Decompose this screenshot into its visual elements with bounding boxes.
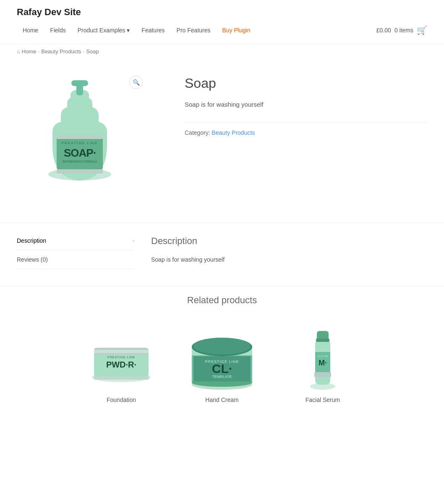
nav-features[interactable]: Features [136,24,170,37]
related-product-facial-serum[interactable]: M· SERUM Facial Serum [281,323,365,403]
cart-icon[interactable]: 🛒 [417,25,427,35]
svg-text:REFRESHING FORMULA: REFRESHING FORMULA [63,160,97,163]
facial-serum-image: M· SERUM [281,323,365,390]
svg-rect-30 [314,372,331,377]
product-image: SOAP· PRESTIGE LINE REFRESHING FORMULA [17,71,143,197]
breadcrumb-sep-1: › [38,49,40,54]
nav-fields[interactable]: Fields [44,24,71,37]
related-product-hand-cream[interactable]: CL· PRESTIGE LINE TEMPLATE Hand Cream [180,323,264,403]
breadcrumb-current: Soap [86,48,99,55]
product-short-description: Soap is for washing yourself [185,100,427,110]
site-header: Rafay Dev Site Home Fields Product Examp… [0,0,444,44]
zoom-icon[interactable]: 🔍 [129,76,143,89]
svg-rect-4 [57,135,103,139]
tab-description[interactable]: Description › [17,231,134,250]
related-products-title: Related products [17,295,427,306]
nav-home[interactable]: Home [17,24,44,37]
svg-rect-5 [57,169,103,173]
tab-content-text: Soap is for washing yourself [151,255,427,264]
foundation-name: Foundation [79,396,163,403]
site-title: Rafay Dev Site [17,7,427,18]
breadcrumb-home[interactable]: Home [22,48,37,55]
breadcrumb-sep-2: › [83,49,85,54]
tabs-section: Description › Reviews (0) Description So… [0,223,444,286]
cart-price: £0.00 [376,27,391,34]
category-link[interactable]: Beauty Products [212,129,255,136]
svg-rect-2 [71,80,88,86]
svg-text:SOAP·: SOAP· [64,147,96,159]
tab-content: Description Soap is for washing yourself [151,231,427,269]
product-section: 🔍 SOAP· PRESTIGE LIN [0,59,444,223]
tabs-nav: Description › Reviews (0) [17,231,134,269]
svg-text:TEMPLATE: TEMPLATE [212,375,232,379]
related-product-foundation[interactable]: PWD·R· PRESTIGE LINE Foundation [79,323,163,403]
hand-cream-image: CL· PRESTIGE LINE TEMPLATE [180,323,264,390]
svg-text:SERUM: SERUM [317,355,329,357]
tab-chevron-icon: › [133,238,134,244]
svg-text:M·: M· [319,359,327,367]
product-meta: Category: Beauty Products [185,122,427,136]
related-section: Related products PWD·R· PRESTIGE LINE Fo… [0,286,444,428]
svg-text:PRESTIGE LINE: PRESTIGE LINE [205,360,239,364]
cart-items-count: 0 items [394,27,413,34]
category-label: Category: [185,129,210,136]
nav-buy-plugin[interactable]: Buy Plugin [217,24,256,37]
nav-product-examples[interactable]: Product Examples ▾ [72,24,136,37]
svg-rect-15 [94,376,149,380]
dropdown-arrow-icon: ▾ [127,27,130,34]
product-info: Soap Soap is for washing yourself Catego… [185,71,427,197]
svg-point-26 [193,338,251,354]
svg-rect-34 [316,339,329,342]
product-image-svg: SOAP· PRESTIGE LINE REFRESHING FORMULA [38,78,122,191]
product-image-container: 🔍 SOAP· PRESTIGE LIN [17,71,159,197]
hand-cream-name: Hand Cream [180,396,264,403]
breadcrumb-category[interactable]: Beauty Products [41,48,81,55]
home-icon: ⌂ [17,48,20,55]
svg-text:PRESTIGE LINE: PRESTIGE LINE [107,356,135,359]
tab-reviews[interactable]: Reviews (0) [17,250,134,269]
svg-text:PRESTIGE LINE: PRESTIGE LINE [62,141,98,145]
breadcrumb: ⌂ Home › Beauty Products › Soap [0,44,444,59]
foundation-image: PWD·R· PRESTIGE LINE [79,323,163,390]
svg-rect-12 [94,350,149,353]
related-products-grid: PWD·R· PRESTIGE LINE Foundation [17,323,427,403]
svg-text:PWD·R·: PWD·R· [106,360,136,369]
tab-content-title: Description [151,236,427,247]
facial-serum-name: Facial Serum [281,396,365,403]
cart-area: £0.00 0 items 🛒 [376,25,427,35]
nav-pro-features[interactable]: Pro Features [171,24,217,37]
main-nav: Home Fields Product Examples ▾ Features … [17,24,427,37]
product-title: Soap [185,76,427,91]
